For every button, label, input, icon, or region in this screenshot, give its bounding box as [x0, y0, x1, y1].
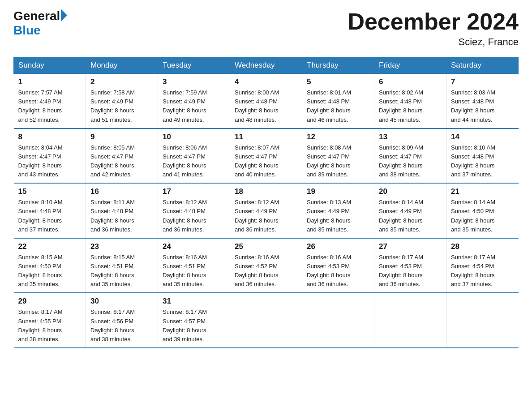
day-number: 6 [379, 77, 442, 86]
calendar-header-row: SundayMondayTuesdayWednesdayThursdayFrid… [14, 57, 519, 74]
day-info: Sunrise: 8:11 AMSunset: 4:48 PMDaylight:… [90, 198, 153, 234]
calendar-cell: 7Sunrise: 8:03 AMSunset: 4:48 PMDaylight… [446, 74, 519, 128]
calendar-row-5: 29Sunrise: 8:17 AMSunset: 4:55 PMDayligh… [14, 293, 519, 348]
calendar-cell: 18Sunrise: 8:12 AMSunset: 4:49 PMDayligh… [230, 183, 302, 238]
day-info: Sunrise: 8:17 AMSunset: 4:54 PMDaylight:… [451, 253, 514, 289]
calendar-cell [230, 293, 302, 348]
logo-line1: General [13, 9, 67, 23]
day-info: Sunrise: 8:14 AMSunset: 4:49 PMDaylight:… [379, 198, 442, 234]
day-info: Sunrise: 8:04 AMSunset: 4:47 PMDaylight:… [18, 143, 82, 180]
calendar-cell: 13Sunrise: 8:09 AMSunset: 4:47 PMDayligh… [374, 128, 446, 184]
calendar-cell: 6Sunrise: 8:02 AMSunset: 4:48 PMDaylight… [374, 74, 446, 128]
day-info: Sunrise: 8:00 AMSunset: 4:48 PMDaylight:… [235, 88, 297, 124]
header-friday: Friday [374, 57, 446, 74]
day-number: 30 [90, 297, 153, 306]
day-number: 11 [235, 133, 297, 141]
logo-general-text: General [13, 9, 60, 23]
calendar-cell: 11Sunrise: 8:07 AMSunset: 4:47 PMDayligh… [230, 128, 302, 184]
day-number: 14 [451, 133, 514, 141]
day-info: Sunrise: 8:17 AMSunset: 4:53 PMDaylight:… [379, 253, 442, 289]
day-info: Sunrise: 8:17 AMSunset: 4:55 PMDaylight:… [18, 308, 82, 344]
day-info: Sunrise: 8:05 AMSunset: 4:47 PMDaylight:… [90, 143, 153, 180]
logo-blue-text: Blue [13, 23, 41, 38]
day-info: Sunrise: 8:15 AMSunset: 4:50 PMDaylight:… [18, 253, 82, 289]
day-info: Sunrise: 8:16 AMSunset: 4:53 PMDaylight:… [307, 253, 369, 289]
day-number: 10 [163, 133, 225, 141]
day-number: 29 [18, 297, 82, 306]
day-number: 5 [307, 77, 369, 86]
header-saturday: Saturday [446, 57, 519, 74]
calendar-table: SundayMondayTuesdayWednesdayThursdayFrid… [13, 57, 519, 348]
header-monday: Monday [86, 57, 158, 74]
calendar-cell: 21Sunrise: 8:14 AMSunset: 4:50 PMDayligh… [446, 183, 519, 238]
logo-arrow-icon [61, 9, 67, 21]
calendar-cell: 19Sunrise: 8:13 AMSunset: 4:49 PMDayligh… [302, 183, 374, 238]
day-info: Sunrise: 8:17 AMSunset: 4:56 PMDaylight:… [90, 308, 153, 344]
calendar-cell: 29Sunrise: 8:17 AMSunset: 4:55 PMDayligh… [14, 293, 86, 348]
header-wednesday: Wednesday [230, 57, 302, 74]
day-info: Sunrise: 8:07 AMSunset: 4:47 PMDaylight:… [235, 143, 297, 180]
day-info: Sunrise: 8:09 AMSunset: 4:47 PMDaylight:… [379, 143, 442, 180]
day-info: Sunrise: 8:16 AMSunset: 4:52 PMDaylight:… [235, 253, 297, 289]
day-info: Sunrise: 8:10 AMSunset: 4:48 PMDaylight:… [451, 143, 514, 180]
header-tuesday: Tuesday [158, 57, 230, 74]
day-number: 18 [235, 187, 297, 196]
day-info: Sunrise: 8:13 AMSunset: 4:49 PMDaylight:… [307, 198, 369, 234]
day-number: 28 [451, 242, 514, 251]
calendar-title: December 2024 [348, 9, 519, 34]
day-info: Sunrise: 8:16 AMSunset: 4:51 PMDaylight:… [163, 253, 225, 289]
day-number: 16 [90, 187, 153, 196]
logo: General Blue [13, 9, 67, 38]
day-number: 24 [163, 242, 225, 251]
day-number: 27 [379, 242, 442, 251]
day-number: 4 [235, 77, 297, 86]
calendar-cell: 8Sunrise: 8:04 AMSunset: 4:47 PMDaylight… [14, 128, 86, 184]
day-number: 13 [379, 133, 442, 141]
day-number: 9 [90, 133, 153, 141]
calendar-cell: 5Sunrise: 8:01 AMSunset: 4:48 PMDaylight… [302, 74, 374, 128]
calendar-cell: 15Sunrise: 8:10 AMSunset: 4:48 PMDayligh… [14, 183, 86, 238]
day-number: 20 [379, 187, 442, 196]
calendar-cell: 10Sunrise: 8:06 AMSunset: 4:47 PMDayligh… [158, 128, 230, 184]
day-number: 1 [18, 77, 82, 86]
day-info: Sunrise: 8:14 AMSunset: 4:50 PMDaylight:… [451, 198, 514, 234]
day-number: 26 [307, 242, 369, 251]
header-sunday: Sunday [14, 57, 86, 74]
day-number: 22 [18, 242, 82, 251]
calendar-cell: 23Sunrise: 8:15 AMSunset: 4:51 PMDayligh… [86, 238, 158, 293]
day-info: Sunrise: 8:10 AMSunset: 4:48 PMDaylight:… [18, 198, 82, 234]
day-number: 12 [307, 133, 369, 141]
day-number: 21 [451, 187, 514, 196]
calendar-cell: 26Sunrise: 8:16 AMSunset: 4:53 PMDayligh… [302, 238, 374, 293]
day-number: 19 [307, 187, 369, 196]
day-info: Sunrise: 7:58 AMSunset: 4:49 PMDaylight:… [90, 88, 153, 124]
day-info: Sunrise: 8:15 AMSunset: 4:51 PMDaylight:… [90, 253, 153, 289]
calendar-cell: 31Sunrise: 8:17 AMSunset: 4:57 PMDayligh… [158, 293, 230, 348]
day-number: 8 [18, 133, 82, 141]
day-info: Sunrise: 8:02 AMSunset: 4:48 PMDaylight:… [379, 88, 442, 124]
day-number: 31 [163, 297, 225, 306]
day-number: 17 [163, 187, 225, 196]
calendar-cell: 16Sunrise: 8:11 AMSunset: 4:48 PMDayligh… [86, 183, 158, 238]
calendar-cell: 30Sunrise: 8:17 AMSunset: 4:56 PMDayligh… [86, 293, 158, 348]
calendar-row-1: 1Sunrise: 7:57 AMSunset: 4:49 PMDaylight… [14, 74, 519, 128]
calendar-cell: 2Sunrise: 7:58 AMSunset: 4:49 PMDaylight… [86, 74, 158, 128]
calendar-row-3: 15Sunrise: 8:10 AMSunset: 4:48 PMDayligh… [14, 183, 519, 238]
calendar-row-4: 22Sunrise: 8:15 AMSunset: 4:50 PMDayligh… [14, 238, 519, 293]
day-info: Sunrise: 8:08 AMSunset: 4:47 PMDaylight:… [307, 143, 369, 180]
calendar-cell: 9Sunrise: 8:05 AMSunset: 4:47 PMDaylight… [86, 128, 158, 184]
day-number: 7 [451, 77, 514, 86]
calendar-cell [446, 293, 519, 348]
calendar-cell [302, 293, 374, 348]
day-number: 23 [90, 242, 153, 251]
calendar-cell [374, 293, 446, 348]
header-thursday: Thursday [302, 57, 374, 74]
calendar-row-2: 8Sunrise: 8:04 AMSunset: 4:47 PMDaylight… [14, 128, 519, 184]
calendar-cell: 25Sunrise: 8:16 AMSunset: 4:52 PMDayligh… [230, 238, 302, 293]
day-info: Sunrise: 8:12 AMSunset: 4:48 PMDaylight:… [163, 198, 225, 234]
calendar-cell: 3Sunrise: 7:59 AMSunset: 4:49 PMDaylight… [158, 74, 230, 128]
calendar-cell: 17Sunrise: 8:12 AMSunset: 4:48 PMDayligh… [158, 183, 230, 238]
calendar-cell: 12Sunrise: 8:08 AMSunset: 4:47 PMDayligh… [302, 128, 374, 184]
calendar-cell: 1Sunrise: 7:57 AMSunset: 4:49 PMDaylight… [14, 74, 86, 128]
day-info: Sunrise: 8:06 AMSunset: 4:47 PMDaylight:… [163, 143, 225, 180]
